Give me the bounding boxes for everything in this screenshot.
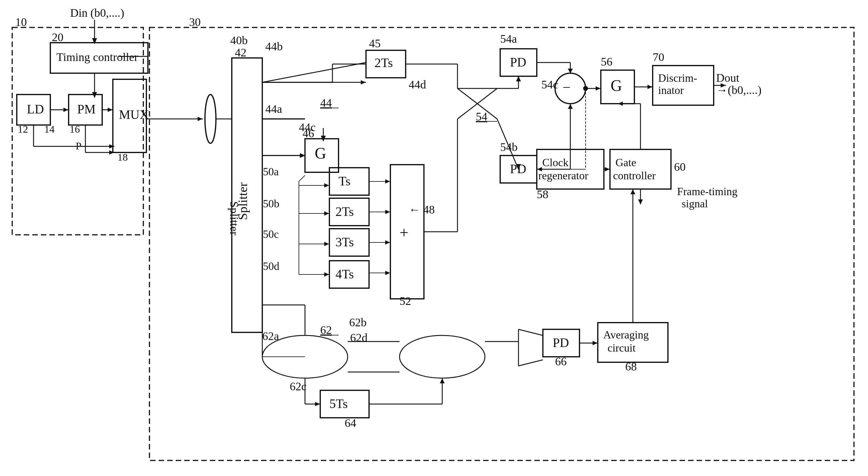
gate-ctrl-label2: controller xyxy=(613,169,656,182)
ref-66: 66 xyxy=(555,355,567,368)
ref-54a: 54a xyxy=(500,32,517,45)
2ts-lower-label: 2Ts xyxy=(336,204,354,219)
pm-label: PM xyxy=(77,102,96,116)
ref-44: 44 xyxy=(320,96,332,109)
2ts-upper-label: 2Ts xyxy=(374,56,393,70)
pd-upper-label: PD xyxy=(510,55,526,69)
ref-50d: 50d xyxy=(263,260,279,272)
pd-avg-label: PD xyxy=(553,336,569,350)
ref-18: 18 xyxy=(117,152,128,163)
ref-70: 70 xyxy=(653,51,664,63)
ref-60: 60 xyxy=(674,160,686,173)
clock-regen-label2: regenerator xyxy=(538,169,588,182)
ts-label: Ts xyxy=(339,174,350,188)
ld-label: LD xyxy=(27,102,44,116)
ref-20: 20 xyxy=(52,31,63,43)
gate-ctrl-label1: Gate xyxy=(616,156,636,169)
ref-62: 62 xyxy=(320,323,332,336)
ref-62d: 62d xyxy=(350,331,368,344)
ref-64: 64 xyxy=(345,416,356,430)
ref-45: 45 xyxy=(369,37,381,50)
ref-44d: 44d xyxy=(409,78,426,91)
4ts-label: 4Ts xyxy=(336,267,354,281)
g1-label: G xyxy=(315,145,326,162)
ref-42: 42 xyxy=(235,46,246,59)
ref-50a: 50a xyxy=(263,166,279,178)
plus-label: + xyxy=(400,224,408,241)
ref-14: 14 xyxy=(44,124,55,135)
ref-62b: 62b xyxy=(349,316,367,329)
ref-44a: 44a xyxy=(265,102,282,115)
diagram-container: 10 Din (b0,....) Timing controller 20 LD… xyxy=(0,0,868,476)
discriminator-label1: Discrim- xyxy=(658,72,697,84)
ref-16: 16 xyxy=(69,124,80,135)
mux-label: MUX xyxy=(119,108,149,122)
5ts-label: 5Ts xyxy=(330,397,348,411)
frame-timing-label1: Frame-timing xyxy=(677,185,738,198)
ref-44b: 44b xyxy=(265,40,283,53)
ref-40b: 40b xyxy=(230,34,248,46)
ref-30: 30 xyxy=(189,15,201,28)
ref-48: ← 48 xyxy=(409,203,435,216)
ref-50c: 50c xyxy=(263,228,279,240)
ref-12: 12 xyxy=(18,124,28,135)
ref-54: 54 xyxy=(476,110,487,123)
splitter-text: Splitter xyxy=(236,182,250,220)
clock-regen-label1: Clock xyxy=(542,156,568,169)
minus-label: − xyxy=(563,80,570,95)
ref-62c: 62c xyxy=(290,380,307,393)
discriminator-label2: inator xyxy=(658,84,684,96)
dout-label: Dout xyxy=(716,71,739,84)
avg-circuit-label1: Averaging xyxy=(603,329,649,341)
timing-controller-label: Timing controller xyxy=(56,51,138,63)
3ts-label: 3Ts xyxy=(336,235,354,249)
ref-58: 58 xyxy=(537,188,548,201)
p-label: P xyxy=(75,140,82,152)
din-label: Din (b0,....) xyxy=(70,6,124,20)
ref-46: 46 xyxy=(303,127,314,140)
ref-56: 56 xyxy=(601,55,613,68)
ref-50b: 50b xyxy=(263,198,279,210)
ref-10: 10 xyxy=(15,15,27,28)
avg-circuit-label2: circuit xyxy=(608,342,636,354)
g2-label: G xyxy=(611,77,622,94)
frame-timing-label2: signal xyxy=(682,198,708,210)
ref-68: 68 xyxy=(625,360,637,373)
ref-52: 52 xyxy=(400,294,411,307)
